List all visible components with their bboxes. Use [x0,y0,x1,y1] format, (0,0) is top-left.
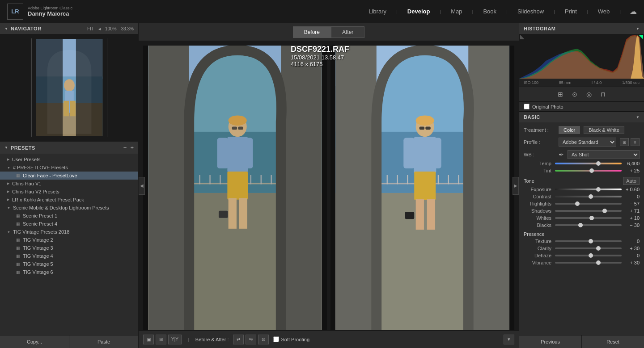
preset-group-kohki-header[interactable]: ▶ LR x Kohki Architect Preset Pack [0,196,138,204]
graduated-filter-tool[interactable]: ⊓ [601,91,606,98]
shadows-slider-label: Shadows [524,208,555,214]
red-eye-tool[interactable]: ◎ [586,91,592,98]
preset-group-presetlove-header[interactable]: ▼ # PRESETLOVE Presets [0,164,138,172]
preset-item-tig4[interactable]: ▦ TIG Vintage 4 [0,252,138,260]
paste-button[interactable]: Paste [69,335,138,348]
presets-collapse-icon: ▼ [4,146,8,150]
expand-center-btn[interactable]: ▾ [504,335,514,344]
preset-group-chrishauv1-header[interactable]: ▶ Chris Hau V1 [0,180,138,188]
profile-select[interactable]: Adobe Standard [559,138,616,147]
navigator-title: Navigator [11,26,42,31]
left-panel: ▼ Navigator FIT ◂ 100% 33.3% [0,23,139,348]
cloud-sync-icon[interactable]: ☁ [630,7,637,16]
presets-controls: − + [123,144,134,151]
tint-slider-label: Tint [524,168,555,173]
histogram-header[interactable]: Histogram ▼ [519,23,644,34]
tint-slider-track[interactable] [555,170,622,172]
spot-removal-tool[interactable]: ⊙ [572,91,577,98]
preset-item-tig2[interactable]: ▦ TIG Vintage 2 [0,236,138,244]
svg-rect-36 [217,138,229,169]
hist-focal: 85 mm [559,80,572,85]
preset-item-scenic1[interactable]: ▦ Scenic Preset 1 [0,212,138,220]
group-label-chrishauv2: Chris Hau V2 Presets [12,189,59,194]
original-photo-checkbox[interactable] [524,104,530,109]
whites-slider-value: + 10 [622,215,640,221]
presets-minus-btn[interactable]: − [123,144,127,151]
single-view-btn[interactable]: ▣ [143,335,154,344]
right-panel-bottom: Previous Reset [519,335,644,348]
crop-tool[interactable]: ⊞ [558,91,563,98]
group-tri-chrishauv2: ▶ [7,190,9,193]
soft-proofing-checkbox[interactable] [273,336,279,342]
preset-group-user-header[interactable]: ▶ User Presets [0,155,138,164]
presets-title: Presets [11,145,35,151]
side-by-side-btn[interactable]: ⊞ [156,335,166,344]
nav-slideshow[interactable]: Slideshow [517,6,545,17]
previous-button[interactable]: Previous [519,335,582,348]
clarity-slider-track[interactable] [555,247,622,249]
presets-plus-btn[interactable]: + [130,144,134,151]
preset-item-label-tig5: TIG Vintage 5 [23,261,53,267]
preset-item-cleanface[interactable]: ▦ Clean Face - PresetLove [0,172,138,180]
profile-grid-view-btn[interactable]: ⊞ [620,138,629,146]
shadows-slider-track[interactable] [555,210,622,212]
tone-auto-btn[interactable]: Auto [623,177,640,185]
blacks-slider-track[interactable] [555,224,622,226]
nav-print[interactable]: Print [564,6,578,17]
copy-button[interactable]: Copy... [0,335,69,348]
whites-slider-track[interactable] [555,217,622,219]
ba-copy-btn[interactable]: ⇆ [246,335,256,344]
preset-item-icon: ▦ [16,173,20,178]
zoom-100[interactable]: 100% [105,26,117,31]
treatment-color-btn[interactable]: Color [559,126,580,134]
treatment-bw-btn[interactable]: Black & White [584,126,624,134]
svg-rect-39 [229,198,237,229]
preset-tig3-icon: ▦ [16,246,20,250]
wb-select[interactable]: As Shot [568,150,640,159]
preset-group-chrishauv2-header[interactable]: ▶ Chris Hau V2 Presets [0,188,138,196]
preset-item-tig3[interactable]: ▦ TIG Vintage 3 [0,244,138,252]
contrast-slider-track[interactable] [555,196,622,197]
exposure-slider-track[interactable] [555,189,622,190]
preset-group-scenic-header[interactable]: ▼ Scenic Mobile & Desktop Lightroom Pres… [0,204,138,212]
svg-rect-48 [335,46,376,330]
nav-develop[interactable]: Develop [407,6,431,17]
basic-header[interactable]: Basic ▼ [519,112,644,122]
preset-item-tig6[interactable]: ▦ TIG Vintage 6 [0,268,138,276]
preset-item-scenic4[interactable]: ▦ Scenic Preset 4 [0,220,138,228]
dehaze-slider-track[interactable] [555,255,622,256]
nav-library[interactable]: Library [368,6,387,17]
temp-slider-track[interactable] [555,163,622,164]
highlights-slider-track[interactable] [555,203,622,205]
collapse-left-panel-btn[interactable]: ◀ [139,177,145,195]
preset-item-tig5[interactable]: ▦ TIG Vintage 5 [0,260,138,268]
preset-group-tig-header[interactable]: ▼ TIG Vintage Presets 2018 [0,228,138,236]
preset-group-chrishauv1: ▶ Chris Hau V1 [0,180,138,188]
texture-slider-track[interactable] [555,240,622,242]
before-btn[interactable]: Before [293,26,331,38]
vibrance-slider-value: + 30 [622,260,640,265]
svg-rect-25 [220,175,220,184]
before-after-label: Before & After : [195,337,229,342]
yy-btn[interactable]: Y|Y [168,335,182,344]
after-btn[interactable]: After [331,26,364,38]
nav-map[interactable]: Map [450,6,463,17]
svg-rect-29 [261,175,262,184]
group-label-presetlove: # PRESETLOVE Presets [13,165,68,170]
zoom-333[interactable]: 33.3% [121,26,134,31]
nav-book[interactable]: Book [482,6,497,17]
reset-button[interactable]: Reset [582,335,644,348]
ba-swap-btn[interactable]: ⇄ [233,335,244,344]
preset-item-label-scenic1: Scenic Preset 1 [23,213,57,218]
profile-list-view-btn[interactable]: ≡ [631,138,640,146]
ba-orient-btn[interactable]: ⊡ [258,335,269,344]
wb-eyedropper-tool[interactable]: ✒ [559,151,564,158]
nav-web[interactable]: Web [597,6,611,17]
collapse-right-panel-btn[interactable]: ▶ [513,177,519,195]
svg-rect-30 [271,175,271,184]
presets-header[interactable]: ▼ Presets − + [0,142,138,154]
zoom-fit[interactable]: FIT [87,26,94,31]
profile-row: Profile : Adobe Standard ⊞ ≡ [524,138,640,147]
vibrance-slider-track[interactable] [555,262,622,264]
navigator-header[interactable]: ▼ Navigator FIT ◂ 100% 33.3% [0,23,138,34]
